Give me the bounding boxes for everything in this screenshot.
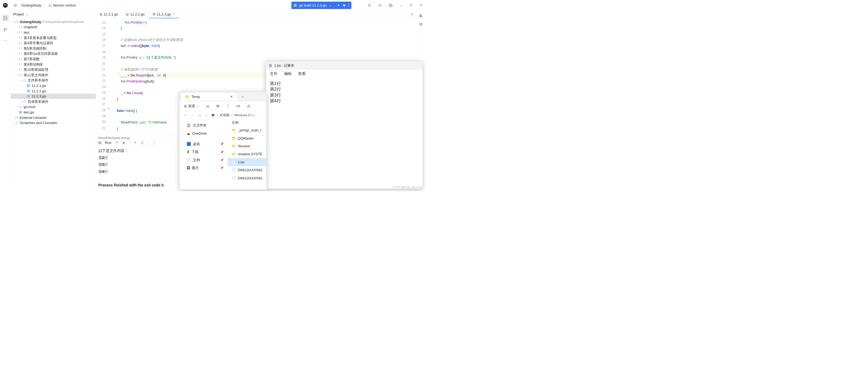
notepad-window[interactable]: 1.txt - 记事本 文件编辑查看 第1行第2行第3行第4行 [266, 61, 423, 189]
tree-row[interactable]: 11.2.2.go [10, 88, 95, 94]
tree-row[interactable]: ›第4章常量与运算符 [10, 40, 95, 46]
path-segment[interactable]: Windows (C:) [234, 113, 253, 117]
explorer-file-row[interactable]: 📁vmware-SYSTE [227, 150, 267, 158]
column-header[interactable]: 名称 [227, 119, 267, 126]
close-icon[interactable] [419, 3, 423, 7]
tree-row[interactable]: ›第9章结构体 [10, 62, 95, 67]
trash-icon[interactable] [141, 141, 144, 144]
scroll-to-end-icon[interactable] [133, 141, 137, 145]
explorer-sidebar-item[interactable]: 🟦桌面📌 [182, 140, 225, 148]
more-tool-icon[interactable]: ⋯ [3, 38, 7, 42]
tree-row[interactable]: ⌄文件基本操作 [10, 78, 95, 83]
debug-icon[interactable] [342, 3, 346, 7]
run-config-selector[interactable]: go build 11.2.3.go ⌄ [291, 2, 351, 9]
new-tab-icon[interactable]: ＋ [241, 94, 244, 99]
explorer-file-row[interactable]: 📄DINGJIAXIONG [227, 166, 267, 174]
tree-row[interactable]: ›go.mod [10, 104, 95, 110]
svg-rect-61 [217, 105, 218, 107]
tree-row[interactable]: 11.2.1.go [10, 83, 95, 88]
notepad-titlebar[interactable]: 1.txt - 记事本 [266, 61, 422, 70]
structure-tool-icon[interactable] [3, 28, 7, 32]
svg-point-20 [348, 5, 349, 5]
breadcrumb-vcs[interactable]: Version control ⌄ [49, 3, 79, 7]
search-icon[interactable] [378, 3, 382, 7]
tree-row[interactable]: ›第3章基本变量与类型 [10, 35, 95, 40]
notepad-menu-item[interactable]: 查看 [298, 71, 305, 77]
project-panel-title: Project [13, 12, 24, 17]
explorer-sidebar-item[interactable]: ⬇下载📌 [182, 148, 225, 156]
more-icon[interactable] [348, 3, 349, 7]
inspection-ok-icon[interactable] [411, 12, 414, 16]
app-logo [3, 3, 8, 8]
explorer-sidebar-item[interactable]: 🖼图片📌 [182, 164, 225, 172]
new-button[interactable]: ⊕ 新建 ⌄ [184, 104, 199, 108]
svg-rect-45 [153, 13, 155, 16]
explorer-sidebar-item[interactable]: 📄文档📌 [182, 156, 225, 164]
breadcrumb-text: ReadFile2(path string) [98, 136, 130, 140]
paste-icon[interactable] [226, 104, 230, 108]
explorer-tab[interactable]: 📁 Temp ✕ [181, 93, 237, 100]
forward-icon[interactable]: → [191, 113, 194, 117]
explorer-file-row[interactable]: 📁Tencent [227, 142, 267, 150]
chevron-down-icon: ⌄ [196, 104, 199, 108]
database-tool-icon[interactable] [419, 23, 423, 26]
tree-row[interactable]: ⌄第11章文件操作 [10, 72, 95, 78]
tree-row[interactable]: ›第10章错误处理 [10, 67, 95, 72]
close-icon[interactable]: × [173, 12, 175, 16]
explorer-sidebar-item[interactable]: 🏠主文件夹 [182, 121, 225, 129]
tree-row[interactable]: ›第7章函数 [10, 56, 95, 62]
tree-row[interactable]: ›第6章Go语言内置容器 [10, 51, 95, 56]
up-icon[interactable]: ↑ [205, 113, 207, 117]
breadcrumb-project[interactable]: GolangStudy ⌄ [21, 3, 44, 7]
share-icon[interactable] [247, 104, 250, 108]
minimize-icon[interactable] [399, 3, 403, 7]
chevron-down-icon[interactable]: ⌄ [198, 113, 202, 117]
tree-row[interactable]: 11.2.3.go [10, 94, 95, 99]
go-file-icon [294, 4, 297, 7]
project-tree[interactable]: ⌄GolangStudyD:\DingJiaxiong\GolangStudy›… [10, 19, 95, 191]
explorer-file-row[interactable]: 📄1.txt [227, 158, 267, 166]
rerun-icon[interactable] [115, 141, 119, 145]
rename-icon[interactable]: A [236, 104, 240, 108]
project-tool-icon[interactable] [2, 14, 9, 22]
branch-icon [49, 3, 52, 7]
copy-icon[interactable] [216, 104, 220, 108]
tree-row[interactable]: ›目录基本操作 [10, 99, 95, 104]
notifications-icon[interactable] [419, 13, 423, 18]
stop-icon[interactable] [122, 141, 125, 144]
account-icon[interactable] [367, 3, 371, 7]
explorer-file-row[interactable]: 📁_pcmgr_scan_t [227, 126, 267, 134]
editor-tab[interactable]: 11.2.2.go [122, 10, 149, 18]
svg-rect-42 [16, 122, 18, 124]
explorer-sidebar[interactable]: 🏠主文件夹›☁OneDrive🟦桌面📌⬇下载📌📄文档📌🖼图片📌 [180, 119, 227, 190]
file-explorer-window[interactable]: 📁 Temp ✕ ＋ ⊕ 新建 ⌄ A ← → ⌄ ↑ 💻 ›此电脑 ›Wind… [180, 92, 267, 190]
tree-row[interactable]: test.go [10, 110, 95, 115]
tree-row[interactable]: ›test [10, 30, 95, 35]
more-icon[interactable]: ⋮ [152, 141, 156, 145]
notepad-menu-item[interactable]: 编辑 [284, 71, 291, 77]
tree-row[interactable]: ›Scratches and Consoles [10, 120, 95, 126]
svg-rect-27 [410, 4, 412, 6]
notepad-content[interactable]: 第1行第2行第3行第4行 [266, 78, 422, 107]
close-icon[interactable]: ✕ [230, 95, 233, 99]
explorer-sidebar-item[interactable]: ›☁OneDrive [182, 129, 225, 137]
maximize-icon[interactable] [409, 3, 412, 7]
explorer-file-list[interactable]: 名称 📁_pcmgr_scan_t📁QQMaster📁Tencent📁vmwar… [227, 119, 267, 190]
chevron-down-icon[interactable]: ⌄ [26, 12, 29, 17]
editor-tab[interactable]: 11.2.3.go× [149, 10, 179, 18]
tree-row[interactable]: ›第5章流程控制 [10, 46, 95, 51]
explorer-file-row[interactable]: 📄DINGJIAXIONG [227, 174, 267, 182]
run-icon[interactable] [337, 3, 340, 7]
explorer-file-row[interactable]: 📁QQMaster [227, 134, 267, 142]
address-bar[interactable]: 💻 ›此电脑 ›Windows (C:) › [211, 113, 256, 117]
main-menu-icon[interactable] [13, 3, 18, 7]
tree-row[interactable]: ⌄GolangStudyD:\DingJiaxiong\GolangStudy [10, 19, 95, 25]
notepad-menu-item[interactable]: 文件 [270, 71, 277, 77]
back-icon[interactable]: ← [184, 113, 187, 117]
tree-row[interactable]: ›chapter8 [10, 24, 95, 30]
cut-icon[interactable] [206, 104, 210, 108]
editor-tab[interactable]: 11.2.1.go [96, 10, 122, 18]
settings-icon[interactable] [389, 3, 393, 7]
path-segment[interactable]: 此电脑 [220, 113, 229, 117]
tree-row[interactable]: ›External Libraries [10, 115, 95, 120]
